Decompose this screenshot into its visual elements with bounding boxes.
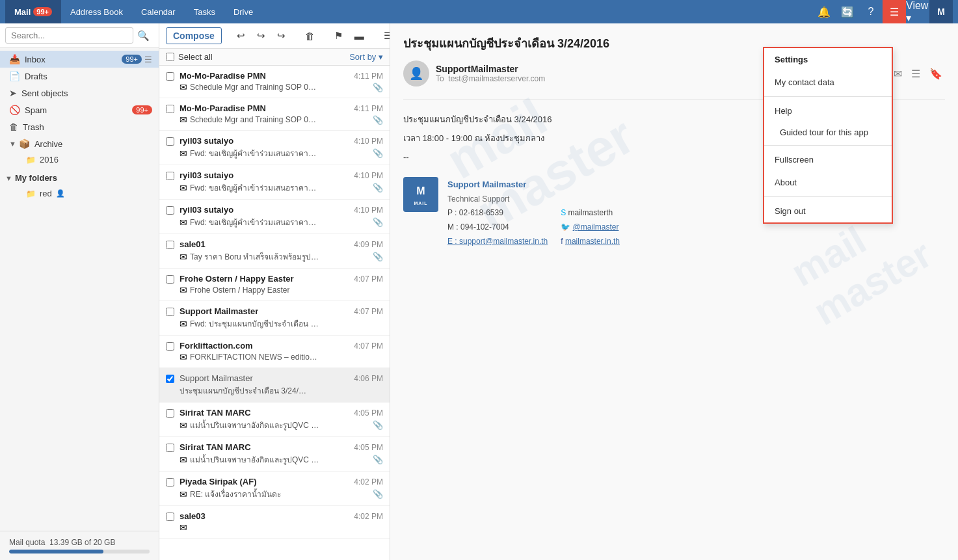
nav-address-book[interactable]: Address Book (61, 0, 132, 23)
email-checkbox[interactable] (166, 241, 174, 249)
sig-logo: M MAIL (403, 177, 438, 212)
email-subject: Fwd: ขอเชิญผู้คำเข้าร่วมเสนอราคางานจัดหา… (190, 181, 320, 194)
sig-facebook: f mailmaster.in.th (561, 235, 661, 249)
email-subject: Schedule Mgr and Training SOP 04/201... (190, 83, 320, 92)
email-checkbox[interactable] (166, 478, 174, 487)
email-checkbox[interactable] (166, 206, 174, 215)
email-checkbox[interactable] (166, 137, 174, 146)
email-list-item[interactable]: ryil03 sutaiyo 4:10 PM ✉ Fwd: ขอเชิญผู้ค… (159, 131, 390, 165)
sidebar-item-drafts[interactable]: 📄 Drafts (0, 68, 159, 85)
email-checkbox[interactable] (166, 342, 174, 351)
dropdown-signout[interactable]: Sign out (764, 200, 892, 222)
email-reply-icon[interactable]: ✉ (891, 65, 905, 83)
reply-button[interactable]: ↩ (232, 27, 250, 44)
email-list-item[interactable]: sale03 4:02 PM ✉ (159, 506, 390, 539)
email-checkbox[interactable] (166, 275, 174, 284)
email-list-item[interactable]: Forkliftaction.com 4:07 PM ✉ FORKLIFTACT… (159, 336, 390, 368)
email-list-item[interactable]: Piyada Siripak (AF) 4:02 PM ✉ RE: แจ้งเร… (159, 472, 390, 506)
email-checkbox[interactable] (166, 72, 174, 81)
sig-phone: P : 02-618-6539 (447, 206, 548, 220)
drafts-icon: 📄 (9, 71, 20, 81)
view-dropdown[interactable]: View ▾ (906, 0, 929, 23)
nav-drive[interactable]: Drive (224, 0, 262, 23)
sidebar-item-trash[interactable]: 🗑 Trash (0, 118, 159, 135)
compose-button[interactable]: Compose (166, 27, 222, 44)
email-item-body: sale01 4:09 PM ✉ Tay ราคา Boru ทำเสร็จแล… (180, 239, 383, 263)
attach-icon: 📎 (373, 489, 383, 499)
help-icon[interactable]: ? (859, 0, 883, 23)
email-list-item[interactable]: Frohe Ostern / Happy Easter 4:07 PM ✉ Fr… (159, 269, 390, 301)
dropdown-about[interactable]: About (764, 171, 892, 194)
sig-mobile: M : 094-102-7004 (447, 220, 548, 235)
email-checkbox[interactable] (166, 444, 174, 452)
email-list-item[interactable]: Support Mailmaster 4:07 PM ✉ Fwd: ประชุม… (159, 301, 390, 336)
email-list-item[interactable]: Mo-Mo-Paradise PMN 4:11 PM ✉ Schedule Mg… (159, 98, 390, 131)
envelope-icon: ✉ (180, 319, 187, 329)
email-from: Mo-Mo-Paradise PMN (180, 71, 266, 81)
email-subject: Fwd: ประชุมแผนกบัญชีประจำเดือน 3/24/2016 (190, 317, 320, 330)
email-bookmark-icon[interactable]: 🔖 (927, 65, 945, 83)
attach-icon: 📎 (373, 115, 383, 125)
sidebar-item-red[interactable]: 📁 red 👤 (20, 186, 159, 201)
sidebar: 🔍 📥 Inbox 99+ ☰ 📄 Drafts ➤ Sent objects (0, 23, 159, 560)
email-subject: RE: แจ้งเรื่องราคาน้ำมันดะ (190, 488, 281, 500)
envelope-icon: ✉ (180, 455, 187, 465)
dropdown-fullscreen[interactable]: Fullscreen (764, 148, 892, 171)
nav-mail[interactable]: Mail 99+ (5, 0, 61, 23)
sidebar-item-archive[interactable]: ▼ 📦 Archive (0, 135, 159, 152)
sidebar-item-inbox[interactable]: 📥 Inbox 99+ ☰ (0, 51, 159, 68)
email-list-item[interactable]: ryil03 sutaiyo 4:10 PM ✉ Fwd: ขอเชิญผู้ค… (159, 165, 390, 200)
email-more-icon[interactable]: ☰ (909, 65, 923, 83)
email-checkbox[interactable] (166, 308, 174, 316)
dropdown-my-contact[interactable]: My contact data (764, 71, 892, 94)
sidebar-item-spam[interactable]: 🚫 Spam 99+ (0, 101, 159, 118)
forward-button[interactable]: ↪ (273, 27, 290, 44)
select-all-checkbox[interactable] (166, 53, 174, 61)
flag-button[interactable]: ⚑ (330, 27, 347, 44)
email-list-item[interactable]: Sirirat TAN MARC 4:05 PM ✉ แม่น้ำปรินเจพ… (159, 437, 390, 472)
more-button[interactable]: ☰ (379, 27, 390, 44)
email-time: 4:11 PM (354, 72, 383, 81)
sent-icon: ➤ (9, 88, 17, 98)
mail-badge: 99+ (33, 7, 52, 16)
email-checkbox[interactable] (166, 375, 174, 383)
email-list-item[interactable]: Mo-Mo-Paradise PMN 4:11 PM ✉ Schedule Mg… (159, 66, 390, 98)
email-from: Support Mailmaster (180, 306, 258, 316)
top-navigation: Mail 99+ Address Book Calendar Tasks Dri… (0, 0, 958, 23)
email-list-item[interactable]: ryil03 sutaiyo 4:10 PM ✉ Fwd: ขอเชิญผู้ค… (159, 200, 390, 234)
email-checkbox[interactable] (166, 172, 174, 180)
email-checkbox[interactable] (166, 409, 174, 418)
attach-icon: 📎 (373, 420, 383, 430)
collapse-icon: ▼ (9, 140, 16, 148)
refresh-icon[interactable]: 🔄 (836, 0, 859, 23)
sidebar-item-archive-2016[interactable]: 📁 2016 (20, 152, 159, 167)
email-checkbox[interactable] (166, 513, 174, 521)
email-list-item[interactable]: Sirirat TAN MARC 4:05 PM ✉ แม่น้ำปรินเจพ… (159, 403, 390, 437)
search-input[interactable] (5, 27, 133, 44)
email-list-item[interactable]: Support Mailmaster 4:06 PM ประชุมแผนกบัญ… (159, 368, 390, 403)
my-folders-header[interactable]: ▼ My folders (0, 170, 159, 186)
archive-button[interactable]: ▬ (350, 28, 369, 44)
sort-by-dropdown[interactable]: Sort by ▾ (349, 52, 383, 62)
delete-button[interactable]: 🗑 (300, 28, 319, 44)
notification-icon[interactable]: 🔔 (812, 0, 836, 23)
email-item-body: ryil03 sutaiyo 4:10 PM ✉ Fwd: ขอเชิญผู้ค… (180, 170, 383, 194)
nav-tasks[interactable]: Tasks (185, 0, 224, 23)
menu-icon[interactable]: ☰ (883, 0, 906, 23)
dropdown-guided-tour[interactable]: Guided tour for this app (764, 122, 892, 142)
folder-red-share-icon: 👤 (56, 189, 65, 198)
dropdown-help[interactable]: Help (764, 100, 892, 122)
inbox-menu-icon[interactable]: ☰ (144, 55, 152, 64)
attach-icon: 📎 (373, 183, 383, 193)
spam-badge: 99+ (132, 105, 152, 114)
email-list-item[interactable]: sale01 4:09 PM ✉ Tay ราคา Boru ทำเสร็จแล… (159, 234, 390, 269)
nav-calendar[interactable]: Calendar (132, 0, 185, 23)
reply-all-button[interactable]: ↪ (252, 27, 270, 44)
dropdown-settings[interactable]: Settings (764, 48, 892, 71)
email-checkbox[interactable] (166, 105, 174, 113)
sidebar-item-sent[interactable]: ➤ Sent objects (0, 85, 159, 101)
search-button[interactable]: 🔍 (133, 29, 153, 43)
email-time: 4:02 PM (354, 512, 383, 521)
attach-icon: 📎 (373, 455, 383, 464)
email-from: ryil03 sutaiyo (180, 170, 233, 180)
